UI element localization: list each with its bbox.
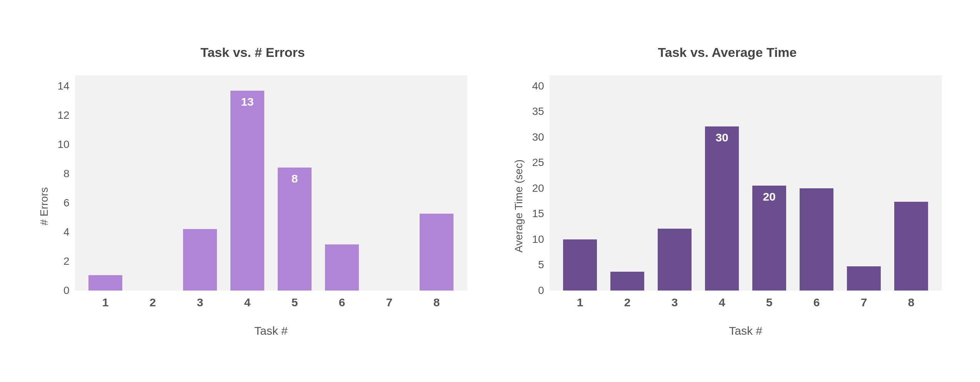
bar-data-label: 13 [241,95,253,108]
x-tick: 6 [318,296,366,309]
y-tick: 14 [57,81,69,91]
y-tick: 35 [532,106,544,117]
bar-data-label: 30 [715,131,728,144]
bar-column [318,75,366,291]
bar [325,244,359,291]
y-tick: 30 [532,132,544,143]
bar-column [177,75,224,291]
y-tick: 2 [63,256,70,267]
plot-column: 3020 12345678 Task # [550,75,942,337]
y-tick: 4 [63,227,70,238]
chart-errors: Task vs. # Errors # Errors 14121086420 1… [38,45,467,337]
bar-column: 8 [271,75,318,291]
x-tick: 1 [557,296,604,309]
bar-column [366,75,413,291]
x-tick: 8 [413,296,460,309]
x-tick: 5 [746,296,793,309]
bar-column [888,75,935,291]
x-axis: 12345678 [75,291,467,309]
bar-column: 13 [224,75,271,291]
chart-body: Average Time (sec) 4035302520151050 3020… [513,75,942,337]
bar: 20 [752,186,787,291]
y-tick: 20 [532,183,544,194]
bar-column: 20 [746,75,793,291]
bar-column [129,75,177,291]
y-tick: 40 [532,81,544,91]
bar-column [557,75,604,291]
bar-column [604,75,651,291]
bar [800,188,834,291]
bar-column [840,75,888,291]
x-axis: 12345678 [550,291,942,309]
bar [658,229,692,291]
bar [894,202,928,291]
x-tick: 4 [698,296,746,309]
y-tick: 12 [57,110,69,121]
y-tick: 5 [538,259,544,270]
chart-body: # Errors 14121086420 138 12345678 Task # [38,75,467,337]
bar-data-label: 8 [292,172,298,185]
plot-column: 138 12345678 Task # [75,75,467,337]
bar: 8 [278,168,312,291]
bar-column [651,75,698,291]
x-tick: 2 [604,296,651,309]
x-tick: 4 [224,296,271,309]
plot-area: 138 [75,75,467,291]
plot-area: 3020 [550,75,942,291]
x-tick: 1 [82,296,129,309]
y-axis: 4035302520151050 [532,75,549,291]
chart-title: Task vs. # Errors [200,45,305,60]
x-tick: 6 [793,296,840,309]
x-tick: 8 [888,296,935,309]
x-tick: 3 [651,296,698,309]
bar-column [82,75,129,291]
y-axis: 14121086420 [57,75,75,291]
bar: 30 [705,126,739,291]
y-tick: 0 [538,285,544,296]
chart-title: Task vs. Average Time [658,45,797,60]
y-axis-label: Average Time (sec) [513,159,525,252]
bar [563,239,597,291]
x-tick: 3 [177,296,224,309]
bar [847,266,881,291]
bar [610,272,645,291]
x-tick: 7 [840,296,888,309]
y-tick: 10 [532,234,544,245]
chart-time: Task vs. Average Time Average Time (sec)… [513,45,942,337]
y-tick: 0 [63,285,70,296]
axis-and-plot: 4035302520151050 3020 12345678 Task # [532,75,942,337]
bar [88,275,123,291]
x-tick: 7 [366,296,413,309]
bar-column [793,75,840,291]
y-tick: 6 [63,198,70,208]
x-axis-label: Task # [550,324,942,337]
y-tick: 10 [57,139,69,150]
y-tick: 8 [63,168,70,179]
bar-column [413,75,460,291]
y-axis-label: # Errors [38,187,50,226]
bar-column: 30 [698,75,746,291]
x-tick: 2 [129,296,177,309]
bar: 13 [230,91,265,291]
bar [183,229,217,291]
bar [420,214,454,291]
y-tick: 25 [532,157,544,168]
x-tick: 5 [271,296,318,309]
y-tick: 15 [532,208,544,219]
x-axis-label: Task # [75,324,467,337]
axis-and-plot: 14121086420 138 12345678 Task # [57,75,467,337]
bar-data-label: 20 [763,190,775,203]
